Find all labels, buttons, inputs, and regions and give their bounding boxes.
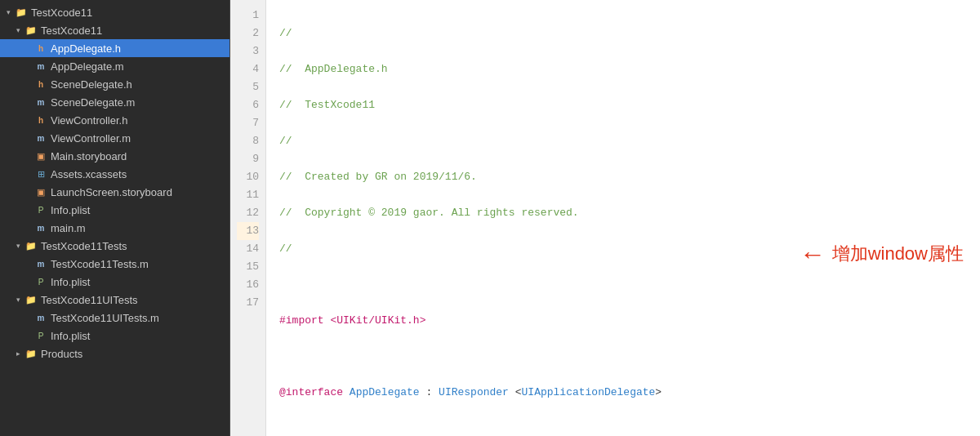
sidebar-info-plist[interactable]: P Info.plist (0, 201, 229, 219)
code-line-3: // TestXcode11 (279, 96, 967, 114)
sidebar-tests-m[interactable]: m TestXcode11Tests.m (0, 255, 229, 273)
annotation-arrow: ← (800, 241, 826, 267)
code-line-6: // Copyright © 2019 gaor. All rights res… (279, 204, 967, 222)
viewcontroller-m-label: ViewController.m (51, 132, 131, 145)
root-folder-icon: 📁 (15, 6, 28, 19)
launchscreen-label: LaunchScreen.storyboard (51, 186, 172, 198)
code-line-5: // Created by GR on 2019/11/6. (279, 168, 967, 186)
sidebar-info-plist-3[interactable]: P Info.plist (0, 327, 229, 345)
code-line-9: #import <UIKit/UIKit.h> (279, 312, 967, 330)
sidebar-launchscreen[interactable]: ▣ LaunchScreen.storyboard (0, 183, 229, 201)
line-numbers: 1 2 3 4 5 6 7 8 9 10 11 12 13 14 15 16 1… (230, 0, 266, 436)
disclosure-root (3, 7, 13, 17)
plist-icon: P (34, 329, 47, 342)
sidebar-testxcode11[interactable]: 📁 TestXcode11 (0, 21, 229, 39)
sidebar-scenedelegate-m[interactable]: m SceneDelegate.m (0, 93, 229, 111)
viewcontroller-h-label: ViewController.h (51, 114, 127, 127)
sidebar-products[interactable]: 📁 Products (0, 345, 229, 363)
root-label: TestXcode11 (31, 7, 92, 19)
annotation-text: 增加window属性 (832, 242, 964, 266)
main-storyboard-label: Main.storyboard (51, 150, 127, 162)
h-icon: h (34, 78, 47, 91)
disclosure-uitests (13, 295, 23, 305)
code-line-4: // (279, 132, 967, 150)
sidebar-uitests-group[interactable]: 📁 TestXcode11UITests (0, 291, 229, 309)
sidebar-main-storyboard[interactable]: ▣ Main.storyboard (0, 147, 229, 165)
sidebar-viewcontroller-m[interactable]: m ViewController.m (0, 129, 229, 147)
code-line-2: // AppDelegate.h (279, 60, 967, 78)
uitests-group-label: TestXcode11UITests (41, 294, 138, 306)
assets-label: Assets.xcassets (51, 168, 127, 180)
tests-m-label: TestXcode11Tests.m (51, 258, 149, 270)
testxcode11-label: TestXcode11 (41, 24, 102, 37)
h-icon: h (34, 113, 47, 127)
sidebar-scenedelegate-h[interactable]: h SceneDelegate.h (0, 75, 229, 93)
m-icon: m (34, 311, 47, 324)
sidebar-tests-group[interactable]: 📁 TestXcode11Tests (0, 237, 229, 255)
main-m-label: main.m (51, 222, 86, 234)
products-folder-icon: 📁 (24, 347, 38, 360)
code-line-12 (279, 420, 967, 436)
xcassets-icon: ⊞ (34, 167, 47, 180)
folder-icon: 📁 (24, 293, 38, 306)
sidebar-appdelegate-h[interactable]: h AppDelegate.h (0, 39, 229, 57)
scenedelegate-m-label: SceneDelegate.m (51, 96, 135, 109)
sidebar-root[interactable]: 📁 TestXcode11 (0, 3, 229, 21)
folder-icon: 📁 (24, 239, 38, 252)
code-line-1: // (279, 24, 967, 42)
products-label: Products (41, 348, 82, 360)
info-plist-2-label: Info.plist (51, 276, 90, 288)
m-icon: m (34, 96, 47, 109)
storyboard-icon: ▣ (34, 149, 47, 162)
appdelegate-h-label: AppDelegate.h (51, 42, 121, 55)
plist-icon: P (34, 275, 47, 288)
disclosure-testxcode11 (13, 25, 23, 35)
code-area[interactable]: 1 2 3 4 5 6 7 8 9 10 11 12 13 14 15 16 1… (230, 0, 980, 436)
info-plist-label: Info.plist (51, 204, 90, 216)
sidebar: 📁 TestXcode11 📁 TestXcode11 h AppDelegat… (0, 0, 230, 436)
scenedelegate-h-label: SceneDelegate.h (51, 78, 132, 91)
m-icon: m (34, 131, 47, 145)
tests-group-label: TestXcode11Tests (41, 240, 127, 252)
sidebar-viewcontroller-h[interactable]: h ViewController.h (0, 111, 229, 129)
sidebar-main-m[interactable]: m main.m (0, 219, 229, 237)
code-editor: 1 2 3 4 5 6 7 8 9 10 11 12 13 14 15 16 1… (230, 0, 980, 436)
plist-icon: P (34, 203, 47, 216)
sidebar-assets[interactable]: ⊞ Assets.xcassets (0, 165, 229, 183)
code-content[interactable]: // // AppDelegate.h // TestXcode11 // //… (266, 0, 980, 436)
disclosure-tests (13, 241, 23, 251)
uitests-m-label: TestXcode11UITests.m (51, 312, 159, 324)
sidebar-info-plist-2[interactable]: P Info.plist (0, 273, 229, 291)
code-line-8 (279, 276, 967, 294)
storyboard-icon: ▣ (34, 185, 47, 198)
m-icon: m (34, 60, 47, 73)
appdelegate-m-label: AppDelegate.m (51, 60, 124, 73)
disclosure-products (13, 349, 23, 358)
sidebar-uitests-m[interactable]: m TestXcode11UITests.m (0, 309, 229, 327)
h-icon: h (34, 42, 47, 55)
code-line-10 (279, 348, 967, 366)
folder-icon: 📁 (24, 24, 38, 37)
info-plist-3-label: Info.plist (51, 330, 90, 342)
code-line-11: @interface AppDelegate : UIResponder <UI… (279, 384, 967, 402)
m-icon: m (34, 257, 47, 270)
annotation-overlay: ← 增加window属性 (800, 241, 964, 267)
m-icon: m (34, 221, 47, 234)
sidebar-appdelegate-m[interactable]: m AppDelegate.m (0, 57, 229, 75)
